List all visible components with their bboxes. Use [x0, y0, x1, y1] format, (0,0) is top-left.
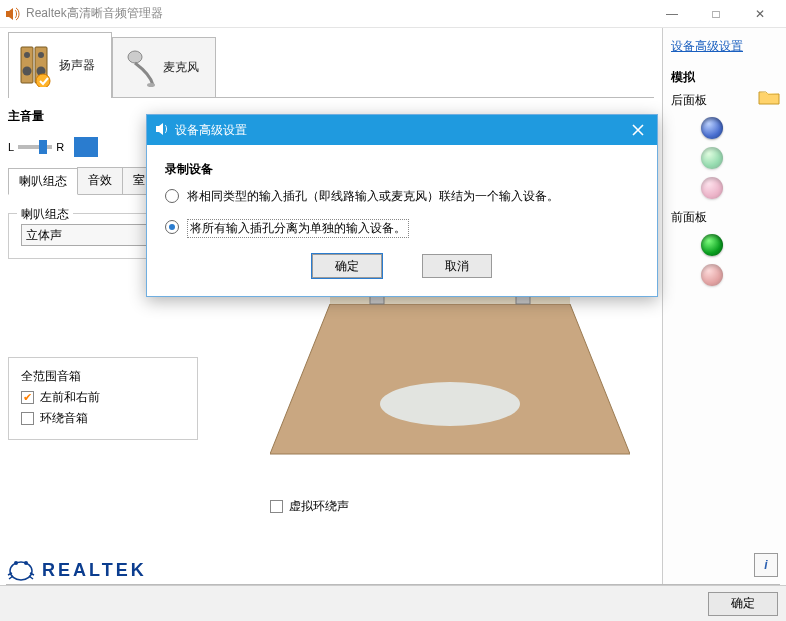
speaker-icon [155, 122, 169, 139]
dialog-close-button[interactable] [627, 119, 649, 141]
recording-devices-label: 录制设备 [165, 161, 639, 178]
speaker-config-value: 立体声 [26, 227, 62, 244]
svg-point-4 [23, 66, 32, 75]
checkbox-surround[interactable]: 环绕音箱 [21, 410, 185, 427]
advanced-settings-link[interactable]: 设备高级设置 [671, 38, 778, 55]
volume-right-label: R [56, 141, 64, 153]
realtek-crab-icon [6, 557, 36, 583]
volume-left-label: L [8, 141, 14, 153]
analog-label: 模拟 [671, 69, 778, 86]
checkbox-virtual-surround[interactable]: 虚拟环绕声 [270, 498, 349, 515]
checkbox-icon: ✔ [21, 391, 34, 404]
speakers-icon [17, 45, 53, 87]
dialog-title: 设备高级设置 [175, 122, 247, 139]
ok-button[interactable]: 确定 [708, 592, 778, 616]
dialog-titlebar[interactable]: 设备高级设置 [147, 115, 657, 145]
subtab-speaker-config[interactable]: 喇叭组态 [8, 168, 78, 195]
radio-icon [165, 189, 179, 203]
svg-point-15 [24, 561, 28, 565]
full-range-group: 全范围音箱 ✔ 左前和右前 环绕音箱 [8, 357, 198, 440]
advanced-settings-dialog: 设备高级设置 录制设备 将相同类型的输入插孔（即线路输入或麦克风）联结为一个输入… [146, 114, 658, 297]
close-button[interactable]: ✕ [738, 0, 782, 28]
svg-point-2 [24, 52, 30, 58]
footer: 确定 [0, 585, 786, 621]
window-titlebar: Realtek高清晰音频管理器 — □ ✕ [0, 0, 786, 28]
svg-point-7 [128, 51, 142, 63]
speaker-config-legend: 喇叭组态 [17, 206, 73, 223]
side-panel: 设备高级设置 模拟 后面板 前面板 [662, 28, 786, 585]
tab-speakers-label: 扬声器 [59, 57, 95, 74]
svg-point-8 [147, 83, 155, 87]
subtab-effects[interactable]: 音效 [77, 167, 123, 194]
folder-icon[interactable] [758, 88, 780, 109]
brand-text: REALTEK [42, 560, 147, 581]
brand-row: REALTEK [6, 557, 147, 583]
svg-point-11 [380, 382, 520, 426]
room-floor-illustration [270, 294, 630, 484]
tab-microphone[interactable]: 麦克风 [112, 37, 216, 97]
checkbox-front[interactable]: ✔ 左前和右前 [21, 389, 185, 406]
device-tabstrip: 扬声器 麦克风 [8, 32, 654, 98]
full-range-legend: 全范围音箱 [21, 369, 81, 383]
checkbox-surround-label: 环绕音箱 [40, 410, 88, 427]
jack-front-pink[interactable] [701, 264, 723, 286]
volume-slider[interactable] [74, 137, 98, 157]
speaker-icon [4, 6, 20, 22]
radio-tie-inputs-label: 将相同类型的输入插孔（即线路输入或麦克风）联结为一个输入设备。 [187, 188, 559, 205]
info-button[interactable]: i [754, 553, 778, 577]
radio-separate-inputs[interactable]: 将所有输入插孔分离为单独的输入设备。 [165, 219, 639, 238]
radio-separate-inputs-label: 将所有输入插孔分离为单独的输入设备。 [187, 219, 409, 238]
tab-speakers[interactable]: 扬声器 [8, 32, 112, 98]
balance-slider[interactable] [18, 145, 52, 149]
radio-tie-inputs[interactable]: 将相同类型的输入插孔（即线路输入或麦克风）联结为一个输入设备。 [165, 188, 639, 205]
maximize-button[interactable]: □ [694, 0, 738, 28]
dialog-ok-button[interactable]: 确定 [312, 254, 382, 278]
microphone-icon [121, 47, 157, 89]
minimize-button[interactable]: — [650, 0, 694, 28]
checkbox-front-label: 左前和右前 [40, 389, 100, 406]
main-pane: 扬声器 麦克风 主音量 L R [0, 28, 662, 585]
checkbox-icon [270, 500, 283, 513]
jack-rear-blue[interactable] [701, 117, 723, 139]
virtual-surround-label: 虚拟环绕声 [289, 498, 349, 515]
dialog-cancel-button[interactable]: 取消 [422, 254, 492, 278]
jack-front-green[interactable] [701, 234, 723, 256]
tab-microphone-label: 麦克风 [163, 59, 199, 76]
svg-point-3 [38, 52, 44, 58]
front-panel-label: 前面板 [671, 209, 778, 226]
svg-point-14 [14, 561, 18, 565]
window-title: Realtek高清晰音频管理器 [26, 5, 163, 22]
radio-icon [165, 220, 179, 234]
jack-rear-green[interactable] [701, 147, 723, 169]
svg-marker-9 [270, 304, 630, 454]
checkbox-icon [21, 412, 34, 425]
jack-rear-pink[interactable] [701, 177, 723, 199]
